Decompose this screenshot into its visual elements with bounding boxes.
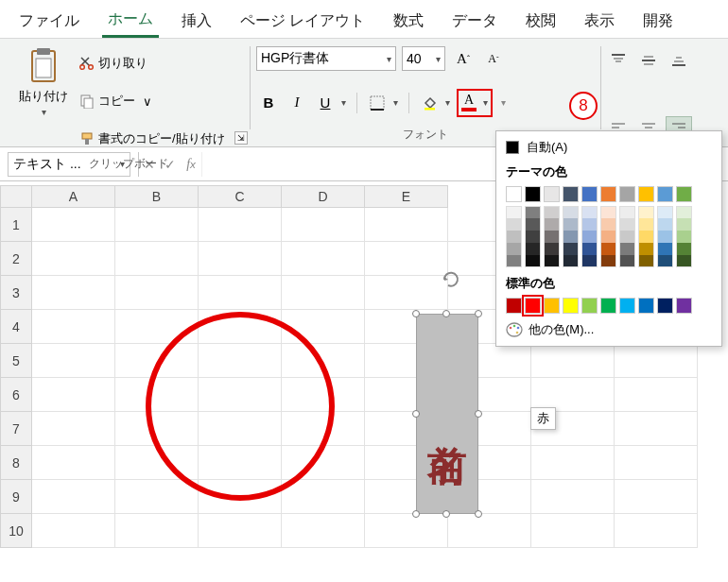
cell[interactable]	[32, 276, 115, 310]
chevron-down-icon[interactable]: ▾	[390, 91, 401, 115]
more-colors-item[interactable]: 他の色(M)...	[496, 316, 721, 346]
color-swatch[interactable]	[563, 206, 579, 218]
underline-button[interactable]: U▾	[313, 91, 349, 115]
cell[interactable]	[615, 514, 698, 548]
color-swatch[interactable]	[657, 206, 673, 218]
chevron-down-icon[interactable]: ▾	[479, 91, 491, 115]
row-header[interactable]: 4	[0, 310, 32, 344]
cell[interactable]	[365, 208, 448, 242]
italic-button[interactable]: I	[285, 91, 309, 115]
chevron-down-icon[interactable]: ▾	[496, 97, 510, 108]
color-swatch[interactable]	[600, 231, 616, 243]
cell[interactable]	[282, 208, 365, 242]
row-header[interactable]: 1	[0, 208, 32, 242]
valign-top-button[interactable]	[605, 48, 632, 73]
cell[interactable]	[32, 344, 115, 378]
cell[interactable]	[32, 378, 115, 412]
color-swatch[interactable]	[525, 243, 541, 255]
rotate-handle[interactable]	[441, 269, 461, 290]
tab-file[interactable]: ファイル	[13, 9, 85, 37]
color-swatch[interactable]	[581, 206, 598, 218]
color-swatch[interactable]	[676, 243, 692, 255]
copy-button[interactable]: コピー ∨	[79, 84, 225, 118]
color-swatch[interactable]	[619, 243, 635, 255]
cell[interactable]	[531, 480, 615, 514]
cell[interactable]	[365, 276, 448, 310]
color-swatch[interactable]	[506, 186, 522, 202]
color-swatch[interactable]	[525, 206, 541, 218]
color-swatch[interactable]	[676, 231, 692, 243]
color-swatch[interactable]	[544, 298, 560, 314]
color-swatch[interactable]	[638, 243, 654, 255]
color-swatch[interactable]	[600, 206, 616, 218]
cell[interactable]	[115, 242, 199, 276]
color-swatch[interactable]	[657, 298, 673, 314]
color-swatch[interactable]	[619, 206, 635, 218]
row-header[interactable]: 10	[0, 514, 32, 548]
cell[interactable]	[199, 514, 282, 548]
column-header[interactable]: C	[199, 185, 282, 208]
color-swatch[interactable]	[581, 231, 598, 243]
color-swatch[interactable]	[544, 186, 560, 202]
color-swatch[interactable]	[657, 186, 673, 202]
color-swatch[interactable]	[506, 206, 522, 218]
cell[interactable]	[115, 480, 199, 514]
tab-insert[interactable]: 挿入	[176, 9, 217, 37]
select-all-corner[interactable]	[0, 185, 32, 208]
color-swatch[interactable]	[638, 231, 654, 243]
color-swatch[interactable]	[563, 186, 579, 202]
cell[interactable]	[32, 480, 115, 514]
color-swatch[interactable]	[638, 186, 654, 202]
color-swatch[interactable]	[544, 255, 560, 267]
color-swatch[interactable]	[525, 255, 541, 267]
color-swatch[interactable]	[676, 255, 692, 267]
format-painter-button[interactable]: 書式のコピー/貼り付け	[79, 122, 225, 156]
color-swatch[interactable]	[638, 255, 654, 267]
color-swatch[interactable]	[619, 186, 635, 202]
decrease-font-button[interactable]: Aˇ	[481, 46, 506, 71]
row-header[interactable]: 2	[0, 242, 32, 276]
row-header[interactable]: 8	[0, 446, 32, 480]
color-swatch[interactable]	[657, 255, 673, 267]
resize-handle[interactable]	[475, 310, 482, 317]
cell[interactable]	[199, 242, 282, 276]
color-swatch[interactable]	[657, 218, 673, 231]
color-swatch[interactable]	[600, 255, 616, 267]
color-swatch[interactable]	[676, 186, 692, 202]
column-header[interactable]: A	[32, 185, 115, 208]
color-swatch[interactable]	[581, 218, 598, 231]
color-swatch[interactable]	[544, 231, 560, 243]
cell[interactable]	[282, 276, 365, 310]
color-swatch[interactable]	[676, 218, 692, 231]
color-swatch[interactable]	[581, 298, 598, 314]
color-swatch[interactable]	[506, 298, 522, 314]
cell[interactable]	[448, 514, 531, 548]
color-swatch[interactable]	[581, 186, 598, 202]
color-swatch[interactable]	[676, 206, 692, 218]
resize-handle[interactable]	[442, 310, 450, 317]
tab-view[interactable]: 表示	[579, 9, 620, 37]
cell[interactable]	[531, 514, 615, 548]
color-swatch[interactable]	[619, 231, 635, 243]
tab-developer[interactable]: 開発	[637, 9, 679, 37]
color-swatch[interactable]	[581, 255, 598, 267]
column-header[interactable]: B	[115, 185, 199, 208]
cell[interactable]	[615, 412, 698, 446]
color-swatch[interactable]	[638, 298, 654, 314]
color-swatch[interactable]	[563, 218, 579, 231]
font-name-select[interactable]: HGP行書体 ▾	[256, 46, 396, 71]
color-swatch[interactable]	[506, 231, 522, 243]
row-header[interactable]: 5	[0, 344, 32, 378]
cell[interactable]	[32, 242, 115, 276]
cell[interactable]	[115, 514, 199, 548]
row-header[interactable]: 9	[0, 480, 32, 514]
cell[interactable]	[365, 242, 448, 276]
color-swatch[interactable]	[638, 206, 654, 218]
tab-data[interactable]: データ	[446, 9, 503, 37]
color-swatch[interactable]	[525, 186, 541, 202]
valign-middle-button[interactable]	[635, 48, 662, 73]
color-swatch[interactable]	[657, 231, 673, 243]
color-swatch[interactable]	[506, 255, 522, 267]
column-header[interactable]: D	[282, 185, 365, 208]
color-swatch[interactable]	[657, 243, 673, 255]
